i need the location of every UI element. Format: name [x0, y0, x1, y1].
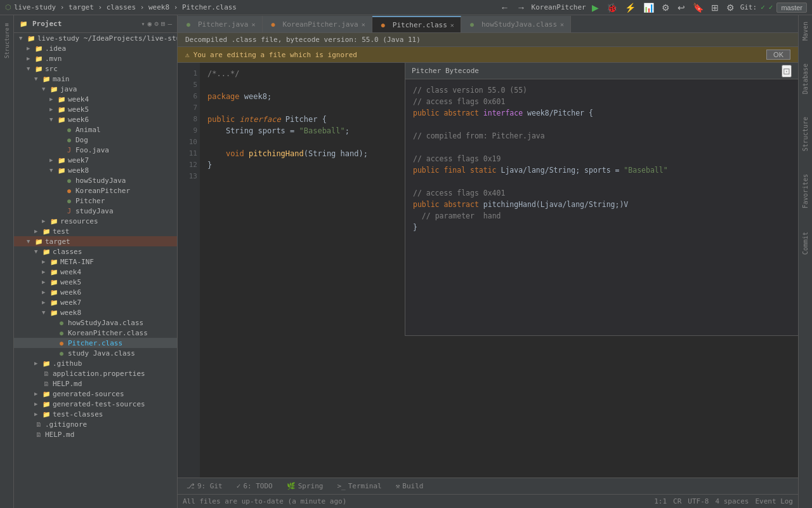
tree-item-appprops[interactable]: 🗎 application.properties [14, 368, 177, 378]
tree-item-dog[interactable]: ● Dog [14, 135, 177, 145]
tree-item-helpmd[interactable]: 🗎 HELP.md [14, 378, 177, 389]
tab-how-study-java-class[interactable]: ● howStudyJava.class ✕ [461, 16, 571, 32]
tree-item-koreanPitcher[interactable]: ● KoreanPitcher [14, 185, 177, 196]
how-study-java-class-tab-icon: ● [468, 20, 476, 29]
debug-btn[interactable]: 🐞 [605, 3, 619, 13]
bytecode-close-btn[interactable]: ⊡ [782, 65, 792, 77]
tree-item-resources[interactable]: 📁 resources [14, 216, 177, 226]
commit-label[interactable]: Commit [801, 228, 810, 258]
favorites-label[interactable]: Favorites [801, 170, 810, 212]
tree-item-pitcher[interactable]: ● Pitcher [14, 196, 177, 206]
week7-label: week7 [68, 156, 89, 164]
tree-item-pitcherClass[interactable]: ● Pitcher.class [14, 338, 177, 348]
tab-pitcher-class[interactable]: ● Pitcher.class ✕ [372, 16, 461, 32]
korean-pitcher-java-tab-label: KoreanPitcher.java [283, 20, 358, 29]
tree-item-root[interactable]: 📁 live-study ~/IdeaProjects/live-stud... [14, 33, 177, 43]
tree-item-test[interactable]: 📁 test [14, 226, 177, 236]
tree-item-week7t[interactable]: 📁 week7 [14, 297, 177, 307]
tree-item-classes[interactable]: 📁 classes [14, 246, 177, 257]
ok-button[interactable]: OK [766, 50, 790, 60]
meta-inf-label: META-INF [60, 258, 94, 266]
tree-arrow-week5 [49, 106, 57, 112]
tab-todo[interactable]: ✓ 6: TODO [230, 479, 279, 493]
run-btn[interactable]: ▶ [590, 3, 601, 13]
tree-item-howStudyJavaClass[interactable]: ● howStudyJava.class [14, 318, 177, 328]
coverage-btn[interactable]: 📊 [641, 3, 656, 13]
github-label: .github [53, 359, 82, 368]
cursor-position[interactable]: 1:1 [654, 497, 667, 505]
gear-icon[interactable]: ⚙ [154, 20, 159, 28]
tree-item-studyJavaClass[interactable]: ● study Java.class [14, 348, 177, 358]
expand-icon[interactable]: ⊞ [161, 20, 166, 28]
left-side-icons: ≡ Structure [0, 15, 14, 508]
tab-korean-pitcher-java[interactable]: ● KoreanPitcher.java ✕ [263, 16, 372, 32]
bookmark-btn[interactable]: 🔖 [691, 3, 705, 13]
project-tree: 📁 live-study ~/IdeaProjects/live-stud...… [14, 33, 177, 508]
tree-item-gitignore[interactable]: 🗎 .gitignore [14, 419, 177, 429]
tree-item-week6[interactable]: 📁 week6 [14, 114, 177, 124]
side-icon-2[interactable]: Structure [1, 37, 13, 50]
tree-item-studyJava[interactable]: J studyJava [14, 206, 177, 216]
tree-item-github[interactable]: 📁 .github [14, 358, 177, 368]
tree-item-howStudyJava[interactable]: ● howStudyJava [14, 175, 177, 185]
event-log[interactable]: Event Log [755, 497, 793, 505]
profile-btn[interactable]: ⚙ [660, 3, 672, 13]
back-btn[interactable]: ← [499, 3, 511, 13]
scope-icon[interactable]: ◉ [148, 20, 152, 28]
helpmd-root-icon: 🗎 [34, 430, 43, 439]
tree-item-helpmd-root[interactable]: 🗎 HELP.md [14, 429, 177, 439]
project-dropdown-icon[interactable]: ▾ [141, 20, 145, 27]
undo-btn[interactable]: ↩ [676, 3, 687, 13]
forward-btn[interactable]: → [515, 3, 528, 13]
classes-folder-icon: 📁 [42, 247, 51, 256]
pitcher-class-tab-close[interactable]: ✕ [450, 22, 454, 29]
search-everywhere-btn[interactable]: ⊞ [709, 3, 721, 13]
week6-folder-icon: 📁 [57, 115, 66, 124]
maven-label[interactable]: Maven [801, 18, 810, 44]
structure-label-right[interactable]: Structure [801, 113, 810, 155]
tree-item-animal[interactable]: ● Animal [14, 124, 177, 135]
tree-item-java[interactable]: 📁 java [14, 84, 177, 94]
more-run-btn[interactable]: ⚡ [623, 3, 638, 13]
tree-item-week4t[interactable]: 📁 week4 [14, 267, 177, 277]
tree-item-main[interactable]: 📁 main [14, 74, 177, 84]
tree-item-generated-test-sources[interactable]: 📁 generated-test-sources [14, 399, 177, 409]
tab-spring[interactable]: 🌿 Spring [280, 479, 330, 493]
pitcher-java-tab-close[interactable]: ✕ [251, 21, 255, 28]
tree-item-target[interactable]: 📁 target [14, 236, 177, 246]
test-classes-label: test-classes [53, 410, 103, 418]
database-label[interactable]: Database [801, 60, 810, 98]
tree-item-foo[interactable]: J Foo.java [14, 145, 177, 155]
tree-item-week6t[interactable]: 📁 week6 [14, 287, 177, 297]
build-icon: ⚒ [396, 482, 400, 490]
tree-item-week5[interactable]: 📁 week5 [14, 104, 177, 114]
korean-pitcher-java-tab-close[interactable]: ✕ [362, 21, 365, 28]
indent[interactable]: 4 spaces [715, 497, 749, 505]
how-study-java-class-tab-close[interactable]: ✕ [560, 21, 564, 28]
tab-pitcher-java[interactable]: ● Pitcher.java ✕ [178, 16, 263, 32]
tree-item-idea[interactable]: 📁 .idea [14, 43, 177, 53]
tree-item-week7[interactable]: 📁 week7 [14, 155, 177, 165]
tree-item-meta-inf[interactable]: 📁 META-INF [14, 257, 177, 267]
tree-item-week8[interactable]: 📁 week8 [14, 165, 177, 175]
encoding[interactable]: UTF-8 [688, 497, 709, 505]
tab-terminal[interactable]: >_ Terminal [331, 479, 388, 493]
tree-item-mvn[interactable]: 📁 .mvn [14, 53, 177, 64]
line-ending[interactable]: CR [673, 497, 681, 505]
tree-item-generated-sources[interactable]: 📁 generated-sources [14, 389, 177, 399]
tree-item-week4[interactable]: 📁 week4 [14, 94, 177, 104]
collapse-icon[interactable]: — [167, 20, 172, 28]
tree-item-src[interactable]: 📁 src [14, 64, 177, 74]
tab-git[interactable]: ⎇ 9: Git [180, 479, 229, 493]
settings-btn[interactable]: ⚙ [724, 3, 737, 13]
main-layout: ≡ Structure 📁 Project ▾ ◉ ⚙ ⊞ — 📁 live-s… [0, 15, 812, 508]
tab-build[interactable]: ⚒ Build [390, 479, 430, 493]
tabs-bar: ● Pitcher.java ✕ ● KoreanPitcher.java ✕ … [178, 15, 798, 33]
branch-btn[interactable]: master [776, 3, 807, 13]
target-label: target [45, 237, 70, 246]
tree-item-week5t[interactable]: 📁 week5 [14, 277, 177, 287]
tree-item-week8t[interactable]: 📁 week8 [14, 307, 177, 318]
tree-item-koreanPitcherClass[interactable]: ● KoreanPitcher.class [14, 328, 177, 338]
root-folder-icon: 📁 [27, 34, 36, 43]
tree-item-test-classes[interactable]: 📁 test-classes [14, 409, 177, 419]
